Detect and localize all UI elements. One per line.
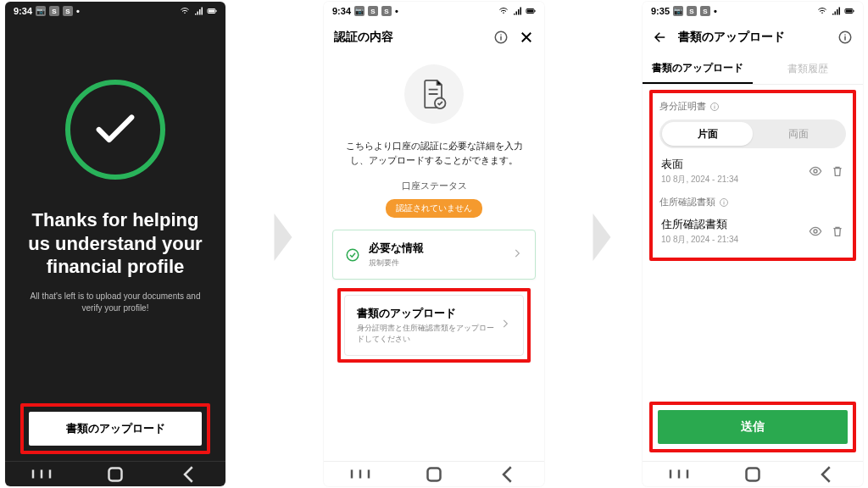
verification-screen: 認証の内容 こちらより口座の認証に必要な詳細を入力し、アップロードすることができ… [324,20,544,461]
svg-rect-12 [846,10,852,13]
tab-history[interactable]: 書類履歴 [753,54,863,84]
status-dot-icon: • [714,6,719,16]
back-button[interactable] [495,469,520,480]
flow-arrow-icon [266,203,300,271]
recent-apps-button[interactable] [666,469,692,480]
svg-point-9 [347,249,359,261]
upload-card-highlight: 書類のアップロード 身分証明書と住所確認書類をアップロードしてください [337,288,531,363]
tab-upload[interactable]: 書類のアップロード [643,54,753,84]
home-button[interactable] [740,469,765,480]
card-subtitle: 身分証明書と住所確認書類をアップロードしてください [357,323,499,345]
svg-rect-13 [854,10,854,12]
svg-rect-5 [527,10,533,13]
back-button[interactable] [814,469,839,480]
id-document-section-header: 身分証明書 [659,100,846,113]
home-button[interactable] [421,469,447,480]
wifi-icon [180,6,190,16]
page-header: 書類のアップロード [643,20,863,54]
info-icon[interactable] [709,102,720,112]
flow-arrow-icon [585,203,619,271]
view-icon[interactable] [809,164,822,178]
thank-you-subtitle: All that's left is to upload your docume… [20,291,210,315]
uploaded-front-item: 表面 10 8月, 2024 - 21:34 [659,148,846,189]
delete-icon[interactable] [831,225,844,238]
status-s-icon-1: S [687,6,697,16]
modal-title: 認証の内容 [334,30,393,45]
tabs: 書類のアップロード 書類履歴 [643,54,863,85]
document-verify-icon [404,64,464,124]
uploaded-address-item: 住所確認書類 10 8月, 2024 - 21:34 [659,208,846,249]
card-title: 書類のアップロード [357,306,499,321]
account-status-badge: 認証されていません [386,199,482,218]
send-button[interactable]: 送信 [658,410,848,444]
back-button[interactable] [176,469,202,480]
status-app-icon: 📷 [354,6,364,16]
card-title: 必要な情報 [369,241,424,256]
close-icon[interactable] [519,30,534,45]
status-s-icon-1: S [368,6,378,16]
address-document-section-header: 住所確認書類 [659,196,846,208]
phone-screen-2: 9:34 📷 S S • 認証の内容 [324,2,544,486]
battery-icon [844,6,854,16]
upload-documents-card[interactable]: 書類のアップロード 身分証明書と住所確認書類をアップロードしてください [344,295,524,356]
recent-apps-button[interactable] [348,469,373,480]
wifi-icon [498,6,509,16]
segment-double[interactable]: 両面 [753,122,843,146]
upload-documents-button[interactable]: 書類のアップロード [29,412,202,446]
status-time: 9:34 [332,6,351,16]
chevron-right-icon [511,247,523,263]
status-s-icon-2: S [700,6,710,16]
status-app-icon: 📷 [36,6,46,16]
page-title: 書類のアップロード [678,30,785,45]
wifi-icon [817,6,827,16]
status-bar: 9:34 📷 S S • [324,2,544,20]
status-s-icon-2: S [63,6,73,16]
thank-you-title: Thanks for helping us understand your fi… [20,208,210,279]
required-info-card[interactable]: 必要な情報 規制要件 [332,230,536,280]
status-s-icon-2: S [381,6,392,16]
svg-rect-3 [108,468,121,480]
delete-icon[interactable] [831,164,844,178]
upload-button-highlight: 書類のアップロード [20,403,210,454]
back-arrow-icon[interactable] [653,30,668,45]
send-button-highlight: 送信 [649,402,856,452]
card-subtitle: 規制要件 [369,258,424,269]
modal-header: 認証の内容 [324,20,544,54]
status-right-icons [498,6,536,16]
chevron-right-icon [499,318,511,333]
svg-rect-1 [209,10,214,13]
battery-icon [526,6,536,16]
status-s-icon-1: S [49,6,59,16]
phone-screen-3: 9:35 📷 S S • 書類のアップロード 書類のアップロード 書類履歴 [643,2,863,486]
phone-screen-1: 9:34 📷 S S • Thanks for helping us under… [5,2,225,486]
status-right-icons [180,6,217,16]
segment-single[interactable]: 片面 [662,122,753,146]
documents-section-highlight: 身分証明書 片面 両面 表面 10 8月, 2024 - 21:34 [649,90,856,261]
status-app-icon: 📷 [673,6,683,16]
android-nav-bar [324,461,544,486]
check-circle-icon [345,247,360,263]
upload-screen: 書類のアップロード 書類のアップロード 書類履歴 身分証明書 片面 両面 [643,20,863,461]
android-nav-bar [5,461,225,486]
view-icon[interactable] [809,225,822,238]
status-bar: 9:35 📷 S S • [643,2,863,20]
svg-rect-10 [427,468,440,480]
signal-icon [193,6,203,16]
verification-description: こちらより口座の認証に必要な詳細を入力し、アップロードすることができます。 [342,139,526,168]
status-dot-icon: • [395,6,400,16]
svg-rect-6 [535,10,536,12]
info-icon[interactable] [493,30,509,45]
status-time: 9:35 [651,6,670,16]
status-time: 9:34 [14,6,32,16]
recent-apps-button[interactable] [29,469,54,480]
info-icon[interactable] [719,197,729,208]
success-check-icon [65,80,165,180]
battery-icon [207,6,217,16]
signal-icon [831,6,841,16]
account-status-label: 口座ステータス [402,180,467,192]
info-icon[interactable] [837,30,853,45]
item-timestamp: 10 8月, 2024 - 21:34 [661,234,738,246]
side-segment-control[interactable]: 片面 両面 [659,119,846,148]
android-nav-bar [643,461,863,486]
home-button[interactable] [103,469,128,480]
